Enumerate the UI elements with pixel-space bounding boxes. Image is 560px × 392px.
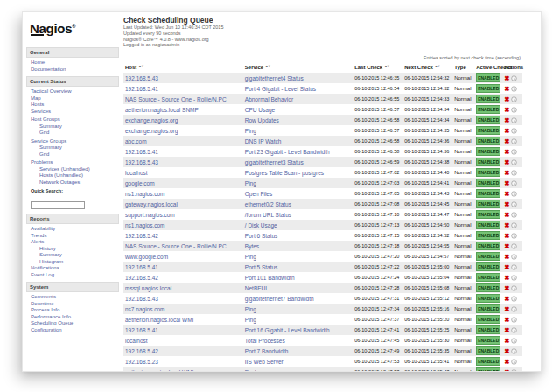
service-link[interactable]: Port 16 Gigabit - Level Bandwidth: [245, 327, 330, 333]
remove-event-x-icon[interactable]: ✖: [504, 295, 509, 303]
sort-icons[interactable]: ▲▼: [384, 64, 389, 68]
sidebar-item-event-log[interactable]: Event Log: [26, 272, 119, 279]
remove-event-x-icon[interactable]: ✖: [504, 106, 509, 114]
service-link[interactable]: ethernet0/2 Status: [245, 201, 291, 207]
service-link[interactable]: IIS Web Server: [245, 359, 284, 365]
reschedule-clock-icon[interactable]: [511, 201, 517, 207]
remove-event-x-icon[interactable]: ✖: [504, 127, 509, 135]
host-link[interactable]: exchange.nagios.org: [125, 117, 178, 123]
sidebar-item-problems[interactable]: Problems: [26, 159, 119, 166]
reschedule-clock-icon[interactable]: [511, 233, 517, 239]
reschedule-clock-icon[interactable]: [511, 159, 517, 165]
host-link[interactable]: 192.168.5.42: [125, 233, 158, 239]
remove-event-x-icon[interactable]: ✖: [504, 242, 509, 250]
reschedule-clock-icon[interactable]: [511, 264, 517, 270]
remove-event-x-icon[interactable]: ✖: [504, 95, 509, 103]
host-link[interactable]: 192.168.5.41: [125, 86, 158, 92]
host-link[interactable]: 192.168.5.43: [125, 75, 158, 81]
remove-event-x-icon[interactable]: ✖: [504, 221, 509, 229]
sort-desc-icon[interactable]: ▼: [141, 64, 144, 68]
service-link[interactable]: Port 4 Gigabit - Level Status: [245, 86, 316, 92]
reschedule-clock-icon[interactable]: [511, 212, 517, 218]
reschedule-clock-icon[interactable]: [511, 149, 517, 155]
service-link[interactable]: /forum URL Status: [245, 212, 291, 218]
sidebar-item-summary[interactable]: Summary: [26, 252, 119, 259]
sidebar-item-network-outages[interactable]: Network Outages: [26, 179, 119, 186]
sidebar-item-grid[interactable]: Grid: [26, 151, 119, 158]
sidebar-item-grid[interactable]: Grid: [26, 130, 119, 136]
sort-desc-icon[interactable]: ▼: [387, 64, 389, 68]
sidebar-item-history[interactable]: History: [26, 246, 119, 253]
remove-event-x-icon[interactable]: ✖: [504, 232, 509, 240]
host-link[interactable]: 192.168.5.41: [125, 327, 158, 333]
sort-desc-icon[interactable]: ▼: [268, 64, 270, 68]
host-link[interactable]: 192.168.5.23: [125, 359, 158, 365]
remove-event-x-icon[interactable]: ✖: [504, 305, 509, 313]
host-link[interactable]: aetherion.nagios.local WMI: [125, 317, 193, 323]
sidebar-item-services[interactable]: Services: [26, 108, 119, 116]
reschedule-clock-icon[interactable]: [511, 306, 517, 312]
remove-event-x-icon[interactable]: ✖: [504, 326, 509, 334]
remove-event-x-icon[interactable]: ✖: [504, 85, 509, 93]
reschedule-clock-icon[interactable]: [511, 222, 517, 228]
remove-event-x-icon[interactable]: ✖: [504, 137, 509, 145]
sidebar-item-tactical-overview[interactable]: Tactical Overview: [26, 88, 119, 95]
service-link[interactable]: gigabitethernet3 Status: [245, 159, 304, 165]
host-link[interactable]: support.nagios.com: [125, 212, 175, 218]
reschedule-clock-icon[interactable]: [511, 317, 517, 323]
service-link[interactable]: Postgres Table Scan - postgres: [245, 170, 324, 176]
remove-event-x-icon[interactable]: ✖: [504, 74, 509, 82]
reschedule-clock-icon[interactable]: [511, 128, 517, 134]
reschedule-clock-icon[interactable]: [511, 327, 517, 333]
host-link[interactable]: abc.com: [125, 138, 147, 144]
remove-event-x-icon[interactable]: ✖: [504, 211, 509, 219]
reschedule-clock-icon[interactable]: [511, 117, 517, 123]
host-link[interactable]: ns1.nagios.com: [125, 191, 165, 197]
host-link[interactable]: mssql.nagios.local: [125, 285, 172, 291]
service-link[interactable]: Port 6 Status: [245, 233, 278, 239]
sidebar-item-alerts[interactable]: Alerts: [26, 239, 119, 246]
remove-event-x-icon[interactable]: ✖: [504, 316, 509, 324]
remove-event-x-icon[interactable]: ✖: [504, 169, 509, 177]
service-link[interactable]: Explorer: [245, 369, 266, 372]
service-link[interactable]: gigabitethernet7 Bandwidth: [245, 296, 314, 302]
service-link[interactable]: Port 5 Status: [245, 264, 278, 270]
reschedule-clock-icon[interactable]: [511, 86, 517, 92]
sidebar-item-map[interactable]: Map: [26, 95, 119, 102]
host-link[interactable]: ns1.nagios.com: [125, 222, 165, 228]
reschedule-clock-icon[interactable]: [511, 254, 517, 260]
service-link[interactable]: Ping: [245, 128, 256, 134]
reschedule-clock-icon[interactable]: [511, 243, 517, 249]
remove-event-x-icon[interactable]: ✖: [504, 158, 509, 166]
host-link[interactable]: 192.168.5.41: [125, 264, 158, 270]
reschedule-clock-icon[interactable]: [511, 338, 517, 344]
host-link[interactable]: www.google.com: [125, 254, 168, 260]
service-link[interactable]: CPU Usage: [245, 107, 275, 113]
service-link[interactable]: Port 101 Bandwidth: [245, 275, 295, 281]
sidebar-item-summary[interactable]: Summary: [26, 123, 119, 130]
reschedule-clock-icon[interactable]: [511, 275, 517, 281]
host-link[interactable]: localhost: [125, 338, 148, 344]
remove-event-x-icon[interactable]: ✖: [504, 179, 509, 187]
sidebar-item-histogram[interactable]: Histogram: [26, 259, 119, 266]
sidebar-item-availability[interactable]: Availability: [26, 226, 119, 233]
host-link[interactable]: NAS Source - Source One - Rollie/N.PC: [125, 96, 227, 102]
sidebar-item-hosts[interactable]: Hosts: [26, 102, 119, 108]
host-link[interactable]: localhost: [125, 170, 148, 176]
host-link[interactable]: 192.168.5.43: [125, 159, 158, 165]
sort-icons[interactable]: ▲▼: [265, 64, 270, 68]
sort-icons[interactable]: ▲▼: [138, 64, 144, 68]
reschedule-clock-icon[interactable]: [511, 107, 517, 113]
remove-event-x-icon[interactable]: ✖: [504, 190, 509, 198]
quick-search-input[interactable]: [31, 201, 85, 209]
remove-event-x-icon[interactable]: ✖: [504, 284, 509, 292]
service-link[interactable]: Open Files: [245, 191, 272, 197]
reschedule-clock-icon[interactable]: [511, 138, 517, 144]
sidebar-item-notifications[interactable]: Notifications: [26, 265, 119, 272]
remove-event-x-icon[interactable]: ✖: [504, 347, 509, 355]
service-link[interactable]: Ping: [245, 317, 256, 323]
service-link[interactable]: Port 7 Bandwidth: [245, 348, 289, 354]
remove-event-x-icon[interactable]: ✖: [504, 274, 509, 282]
remove-event-x-icon[interactable]: ✖: [504, 368, 509, 372]
sidebar-item-configuration[interactable]: Configuration: [26, 327, 119, 334]
